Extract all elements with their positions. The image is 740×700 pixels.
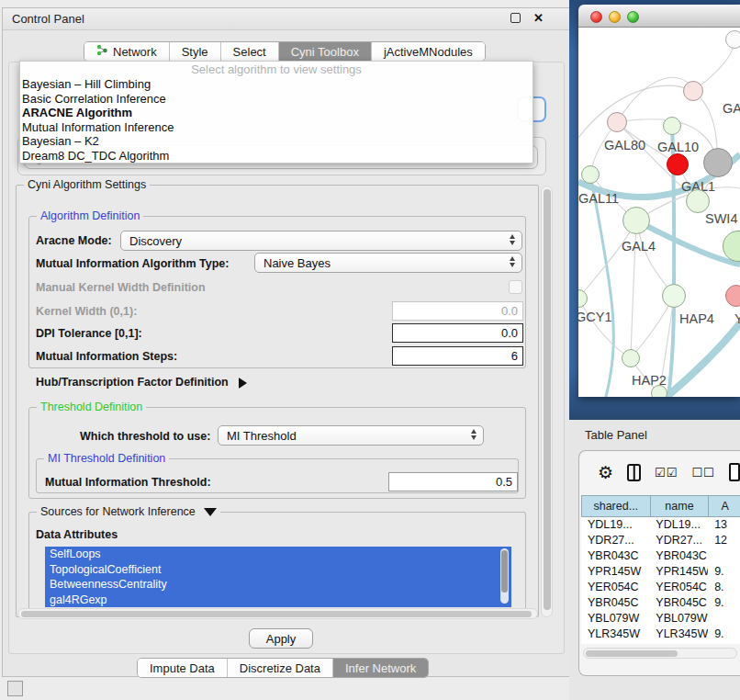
table-row[interactable]: YPR145WYPR145W9. bbox=[581, 564, 740, 580]
close-window-icon[interactable] bbox=[590, 11, 602, 23]
node-label-gal: GAL bbox=[723, 101, 740, 116]
table-row[interactable]: YIL052CYIL052C9. bbox=[581, 642, 740, 644]
tab-style[interactable]: Style bbox=[170, 42, 221, 61]
node[interactable] bbox=[686, 189, 710, 213]
algorithm-option-bayesian-k2[interactable]: Bayesian – K2 bbox=[20, 134, 533, 149]
minimize-window-icon[interactable] bbox=[609, 11, 621, 23]
algorithm-option-bayesian-hill-climbing[interactable]: Bayesian – Hill Climbing bbox=[20, 77, 533, 92]
attribute-item-topologicalcoefficient[interactable]: TopologicalCoefficient bbox=[45, 562, 511, 578]
tab-jactivemnodules[interactable]: jActiveMNodules bbox=[372, 42, 485, 61]
node-label-gal4: GAL4 bbox=[622, 239, 656, 254]
collapsed-arrow-icon bbox=[239, 378, 247, 389]
tab-cyni-toolbox[interactable]: Cyni Toolbox bbox=[279, 42, 372, 61]
table-cell: YBR045C bbox=[649, 595, 708, 611]
settings-vertical-scrollbar[interactable] bbox=[541, 186, 553, 617]
tab-impute-data[interactable]: Impute Data bbox=[138, 659, 228, 677]
table-cell: YLR345W bbox=[649, 627, 708, 642]
sources-group-title[interactable]: Sources for Network Inference bbox=[37, 505, 220, 518]
aracne-mode-combo[interactable]: Discovery bbox=[120, 231, 522, 251]
table-row[interactable]: YER054CYER054C8. bbox=[581, 580, 740, 595]
network-view-frame: GALGAL80GAL10GAL1GAL11SWI4GAL4GCY1HAP4YH… bbox=[569, 0, 740, 420]
table-panel-box: ⚙ ☑☑ ☐☐ shared...nameA YDL19...YDL19...1… bbox=[578, 450, 740, 676]
dpi-tolerance-field[interactable]: 0.0 bbox=[392, 323, 523, 343]
attributes-list-scrollbar[interactable] bbox=[500, 548, 509, 604]
algorithm-option-basic-correlation-inference[interactable]: Basic Correlation Inference bbox=[20, 92, 533, 107]
dpi-tolerance-value: 0.0 bbox=[501, 326, 518, 340]
data-attributes-list[interactable]: SelfLoopsTopologicalCoefficientBetweenne… bbox=[45, 547, 511, 607]
table-horizontal-scrollbar[interactable] bbox=[583, 648, 737, 659]
table-header-row: shared...nameA bbox=[581, 495, 740, 517]
table-cell: 8. bbox=[708, 580, 740, 595]
hub-definition-toggle[interactable]: Hub/Transcription Factor Definition bbox=[36, 376, 247, 389]
algorithm-option-mutual-information-inference[interactable]: Mutual Information Inference bbox=[20, 120, 533, 135]
table-row[interactable]: YBR043CYBR043C bbox=[581, 548, 740, 564]
table-row[interactable]: YDL19...YDL19...13 bbox=[581, 517, 740, 533]
node-gal[interactable] bbox=[683, 81, 703, 101]
data-attributes-label: Data Attributes bbox=[36, 528, 118, 541]
table-cell: YIL052C bbox=[649, 642, 708, 644]
network-window-titlebar bbox=[578, 5, 740, 28]
cyni-algorithm-settings-title: Cyni Algorithm Settings bbox=[24, 178, 150, 191]
node[interactable] bbox=[651, 385, 667, 397]
checkbox-unchecked-pair-icon[interactable]: ☐☐ bbox=[691, 466, 714, 480]
table-row[interactable]: YBL079WYBL079W bbox=[581, 611, 740, 627]
which-threshold-combo[interactable]: MI Threshold bbox=[218, 425, 484, 446]
manual-kernel-width-checkbox[interactable] bbox=[509, 280, 522, 294]
table-cell: 12 bbox=[708, 533, 740, 548]
node-hap2[interactable] bbox=[622, 349, 640, 367]
attribute-item-betweennesscentrality[interactable]: BetweennessCentrality bbox=[45, 577, 511, 593]
mi-steps-field[interactable]: 6 bbox=[392, 346, 523, 366]
tab-label: Infer Network bbox=[345, 661, 416, 675]
combo-arrows-icon bbox=[471, 429, 477, 440]
columns-icon[interactable] bbox=[627, 464, 641, 481]
table-cell: YPR145W bbox=[649, 564, 708, 580]
table-row[interactable]: YBR045CYBR045C9. bbox=[581, 595, 740, 611]
algorithm-option-dream8-dc-tdc-algorithm[interactable]: Dream8 DC_TDC Algorithm bbox=[20, 149, 533, 164]
mi-algorithm-type-label: Mutual Information Algorithm Type: bbox=[36, 257, 229, 270]
node-label-gal10: GAL10 bbox=[657, 140, 699, 154]
mi-threshold-field[interactable]: 0.5 bbox=[388, 472, 518, 491]
network-canvas[interactable]: GALGAL80GAL10GAL1GAL11SWI4GAL4GCY1HAP4YH… bbox=[578, 28, 740, 397]
table-cell: YPR145W bbox=[581, 564, 649, 580]
node-gal1[interactable] bbox=[667, 153, 689, 175]
table-row[interactable]: YLR345WYLR345W9. bbox=[581, 627, 740, 642]
close-panel-icon[interactable]: ✕ bbox=[533, 13, 544, 23]
algorithm-dropdown-list: Bayesian – Hill ClimbingBasic Correlatio… bbox=[20, 77, 533, 163]
column-header-a[interactable]: A bbox=[708, 495, 740, 517]
minimized-panel-icon[interactable] bbox=[7, 681, 23, 696]
tab-discretize-data[interactable]: Discretize Data bbox=[228, 659, 333, 677]
settings-horizontal-scrollbar[interactable] bbox=[17, 608, 538, 619]
attribute-item-gal4rgexp[interactable]: gal4RGexp bbox=[45, 593, 511, 608]
gear-icon[interactable]: ⚙ bbox=[598, 464, 613, 481]
node[interactable] bbox=[703, 148, 733, 177]
node-attribute-table[interactable]: shared...nameA YDL19...YDL19...13YDR27..… bbox=[581, 495, 740, 644]
file-icon[interactable] bbox=[729, 463, 740, 481]
apply-button[interactable]: Apply bbox=[249, 628, 313, 649]
tab-network[interactable]: Network bbox=[84, 42, 170, 61]
node-label-gal11: GAL11 bbox=[578, 191, 619, 206]
node-gal80[interactable] bbox=[607, 112, 627, 132]
node[interactable] bbox=[725, 30, 740, 49]
kernel-width-field[interactable]: 0.0 bbox=[392, 301, 523, 321]
tab-label: jActiveMNodules bbox=[384, 45, 473, 59]
table-panel-toolbar: ⚙ ☑☑ ☐☐ bbox=[579, 451, 740, 493]
table-row[interactable]: YDR27...YDR27...12 bbox=[581, 533, 740, 548]
node-gal11[interactable] bbox=[581, 165, 600, 184]
float-panel-icon[interactable] bbox=[510, 13, 521, 23]
table-cell: YDR27... bbox=[581, 533, 649, 548]
node-gal4[interactable] bbox=[622, 207, 650, 234]
mi-algorithm-type-combo[interactable]: Naive Bayes bbox=[254, 253, 522, 273]
tab-select[interactable]: Select bbox=[221, 42, 279, 61]
attribute-item-selfloops[interactable]: SelfLoops bbox=[45, 547, 511, 562]
table-cell: YBR045C bbox=[581, 595, 649, 611]
node-gal10[interactable] bbox=[663, 117, 681, 135]
table-cell: YER054C bbox=[649, 580, 708, 595]
node-hap4[interactable] bbox=[662, 284, 686, 308]
checkbox-checked-pair-icon[interactable]: ☑☑ bbox=[655, 466, 678, 480]
zoom-window-icon[interactable] bbox=[627, 11, 639, 23]
column-header-shared[interactable]: shared... bbox=[581, 495, 650, 517]
column-header-name[interactable]: name bbox=[650, 495, 709, 517]
tab-infer-network[interactable]: Infer Network bbox=[333, 659, 428, 677]
mi-steps-value: 6 bbox=[511, 349, 518, 363]
algorithm-option-aracne-algorithm[interactable]: ARACNE Algorithm bbox=[20, 106, 533, 120]
